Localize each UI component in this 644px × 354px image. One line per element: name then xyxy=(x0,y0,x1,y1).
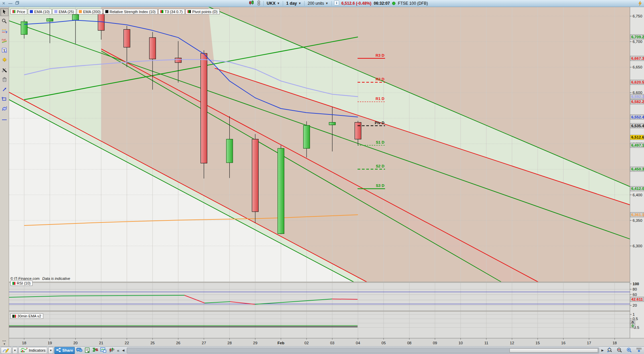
indicators-chart-icon xyxy=(20,347,28,353)
minimize-icon[interactable]: — xyxy=(8,1,12,6)
chart-window-button[interactable] xyxy=(100,347,107,354)
scroll-right-arrow[interactable]: ▶ xyxy=(601,349,604,352)
units-label: 200 units xyxy=(308,1,324,6)
timeframe-label: 1 day xyxy=(286,1,297,6)
text-icon: T xyxy=(2,48,7,54)
restore-icon[interactable] xyxy=(15,1,19,6)
svg-text:6,592.3: 6,592.3 xyxy=(631,95,644,99)
tools-tool[interactable] xyxy=(0,66,8,74)
ellipse-tool[interactable] xyxy=(0,105,8,113)
legend-item-ema-25-[interactable]: EMA (25) xyxy=(52,9,76,14)
svg-text:6,582.2: 6,582.2 xyxy=(631,100,644,104)
rectangle-tool[interactable] xyxy=(0,96,8,104)
rsi-pane-label[interactable]: RSI (10) xyxy=(10,281,33,286)
delete-tool[interactable] xyxy=(0,76,8,84)
zoom-tool[interactable] xyxy=(0,18,8,26)
units-dropdown[interactable]: 200 units▼ xyxy=(307,1,329,6)
close-icon[interactable]: ✕ xyxy=(2,1,5,6)
rsi-pane[interactable] xyxy=(9,283,630,311)
market-label: FTSE 100 (DFB) xyxy=(398,1,428,6)
magnifier-icon xyxy=(2,18,7,25)
price-badge: 6,361.1 xyxy=(630,212,644,217)
share-button[interactable]: Share xyxy=(54,347,75,354)
rsi-line-segment xyxy=(332,299,358,299)
pane2[interactable] xyxy=(9,312,630,338)
legend-item-ema-10-[interactable]: EMA (10) xyxy=(28,9,52,14)
legend-item-pivot-points-d-[interactable]: Pivot points (D) xyxy=(185,9,220,14)
price-badge: 6,497.1 xyxy=(630,143,644,148)
pivot-label: Piv D xyxy=(375,121,384,125)
ellipse-icon xyxy=(2,106,7,112)
price-badge: 6,552.4 xyxy=(630,115,644,119)
scroll-left-arrow[interactable]: ◀ xyxy=(121,349,125,352)
raff-channel-tool[interactable]: Raff. xyxy=(0,37,8,45)
chevron-down-icon: ▾ xyxy=(4,342,5,346)
svg-text:6,497.1: 6,497.1 xyxy=(631,143,644,147)
expand-pane-button[interactable] xyxy=(635,347,643,354)
legend-item-ema-200-[interactable]: EMA (200) xyxy=(77,9,103,14)
candle-27[interactable] xyxy=(201,50,207,179)
lightning-icon[interactable] xyxy=(638,1,642,7)
price-tick: 6,300 xyxy=(633,244,642,248)
date-label: 21 xyxy=(99,341,103,345)
legend-swatch-icon xyxy=(187,10,191,13)
pencil-icon xyxy=(2,347,10,353)
orders-button[interactable] xyxy=(92,347,99,354)
select-tool[interactable] xyxy=(0,8,8,16)
indicator-legend: PriceEMA (10)EMA (25)EMA (200)Relative S… xyxy=(10,9,220,14)
symbol-dropdown[interactable]: UKX▼ xyxy=(266,1,280,6)
draw-menu-caret[interactable]: ▼ xyxy=(12,347,17,354)
line-tool[interactable] xyxy=(0,115,8,123)
news-button[interactable] xyxy=(84,347,91,354)
indicators-caret[interactable]: ▼ xyxy=(48,347,53,354)
zoom-range-button[interactable] xyxy=(605,347,614,354)
link-icon[interactable] xyxy=(257,0,261,7)
indicators-button[interactable]: Indicators xyxy=(18,347,47,354)
rsi-tick: 60 xyxy=(633,293,637,297)
svg-text:T: T xyxy=(3,49,5,52)
collapse-toolbar-button[interactable]: « xyxy=(116,348,120,353)
candle-29[interactable] xyxy=(252,134,258,223)
pane2-swatch-icon xyxy=(12,315,16,318)
info-icon[interactable]: i xyxy=(334,0,339,6)
scrollbar-thumb[interactable] xyxy=(509,348,598,353)
text-tool[interactable]: T xyxy=(0,47,8,55)
pane2-label[interactable]: 30min EMA v2 xyxy=(10,313,43,319)
date-axis[interactable] xyxy=(9,338,644,346)
date-label: 02 xyxy=(305,341,309,345)
zoomfit-icon xyxy=(606,347,613,353)
more-icon: ••• xyxy=(2,339,6,342)
price-badge: 6,582.2 xyxy=(630,99,644,104)
svg-text:6,552.4: 6,552.4 xyxy=(631,115,644,119)
legend-swatch-icon xyxy=(79,10,82,13)
chevron-down-icon: ▼ xyxy=(298,2,301,5)
legend-item-relative-strength-index-10-[interactable]: Relative Strength Index (10) xyxy=(103,9,158,14)
pane2-tick: 1 xyxy=(633,312,635,316)
share-icon xyxy=(56,348,61,353)
alert-tool[interactable] xyxy=(0,57,8,65)
svg-text:6,667.3: 6,667.3 xyxy=(631,56,644,60)
pivot-label: R1 D xyxy=(376,97,384,101)
svg-text:Raff.: Raff. xyxy=(2,38,6,41)
fibonacci-icon: F xyxy=(2,29,7,35)
main-chart[interactable]: R3 DR2 DR1 DPiv DS1 DS2 DS3 D6,7506,7006… xyxy=(0,7,644,346)
svg-text:0: 0 xyxy=(632,324,634,328)
timeframe-dropdown[interactable]: 1 day▼ xyxy=(285,1,302,6)
chat-button[interactable] xyxy=(76,347,83,354)
legend-item-price[interactable]: Price xyxy=(10,9,27,14)
date-label: 08 xyxy=(407,341,412,345)
candlestick-icon xyxy=(249,0,254,6)
zoom-in-button[interactable] xyxy=(625,347,634,354)
draw-menu-button[interactable] xyxy=(1,347,11,354)
backtest-button[interactable] xyxy=(108,347,115,354)
chart-scrollbar[interactable] xyxy=(127,348,599,353)
pivot-label: S1 D xyxy=(376,140,384,144)
legend-swatch-icon xyxy=(54,10,57,13)
zoom-out-button[interactable] xyxy=(615,347,624,354)
svg-text:6,412.0: 6,412.0 xyxy=(631,187,644,191)
more-tools-button[interactable]: •••▾ xyxy=(2,339,6,346)
candle-Feb[interactable] xyxy=(278,145,284,234)
legend-item-t3-34-0-7-[interactable]: T3 (34 0.7) xyxy=(158,9,185,14)
fibonacci-tool[interactable]: F xyxy=(0,28,8,36)
arrow-tool[interactable] xyxy=(0,86,8,94)
